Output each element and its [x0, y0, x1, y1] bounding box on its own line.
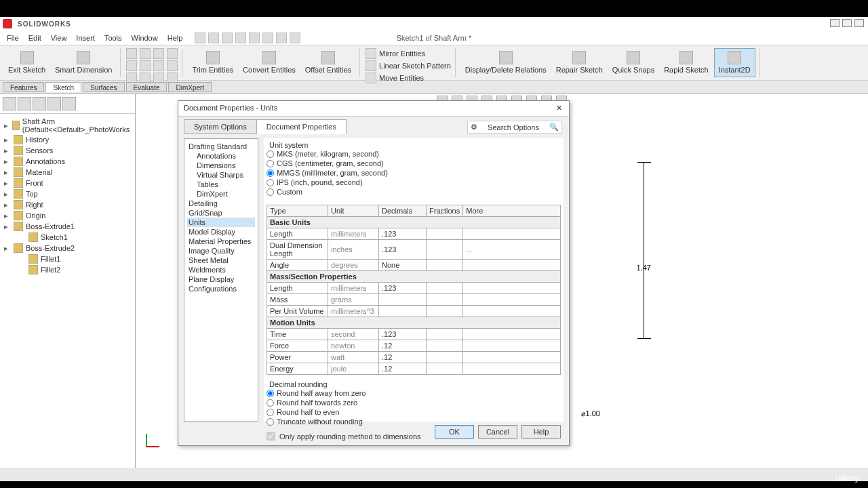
save-icon[interactable]: [222, 33, 233, 43]
trim-entities-button[interactable]: Trim Entities: [188, 48, 237, 77]
tree-item[interactable]: Sketch1: [3, 232, 132, 243]
menu-help[interactable]: Help: [163, 33, 187, 43]
rounding-option[interactable]: Round half away from zero: [267, 388, 561, 398]
cancel-button[interactable]: Cancel: [478, 425, 517, 439]
unit-row[interactable]: Energyjoule.12: [267, 363, 561, 375]
nav-item[interactable]: Model Display: [187, 227, 255, 237]
maximize-icon[interactable]: [842, 19, 852, 27]
displaymanager-icon[interactable]: [62, 97, 76, 110]
menu-window[interactable]: Window: [127, 33, 162, 43]
nav-item[interactable]: DimXpert: [187, 189, 255, 199]
rebuild-icon[interactable]: [276, 33, 287, 43]
display-relations-button[interactable]: Display/Delete Relations: [461, 48, 551, 77]
tab-features[interactable]: Features: [3, 82, 44, 92]
nav-item[interactable]: Annotations: [187, 151, 255, 161]
spline-icon[interactable]: [153, 48, 164, 59]
print-icon[interactable]: [235, 33, 246, 43]
instant2d-button[interactable]: Instant2D: [714, 48, 755, 77]
rapid-sketch-button[interactable]: Rapid Sketch: [660, 48, 712, 77]
menu-insert[interactable]: Insert: [72, 33, 99, 43]
quick-snaps-button[interactable]: Quick Snaps: [608, 48, 658, 77]
menu-tools[interactable]: Tools: [100, 33, 126, 43]
tree-item[interactable]: Fillet2: [3, 264, 132, 275]
new-icon[interactable]: [195, 33, 205, 43]
tab-surfaces[interactable]: Surfaces: [83, 82, 124, 92]
dimxpertmanager-icon[interactable]: [47, 97, 61, 110]
nav-item[interactable]: Configurations: [187, 284, 255, 293]
rounding-option[interactable]: Round half towards zero: [267, 398, 561, 407]
unit-system-option[interactable]: Custom: [267, 187, 561, 197]
help-button[interactable]: Help: [521, 425, 561, 439]
nav-item[interactable]: Detailing: [187, 199, 255, 208]
unit-row[interactable]: Dual Dimension Lengthinches.123...: [267, 240, 561, 260]
convert-entities-button[interactable]: Convert Entities: [239, 48, 300, 77]
propertymanager-icon[interactable]: [18, 97, 31, 110]
tree-root[interactable]: ▸Shaft Arm (Default<<Default>_PhotoWorks: [3, 117, 132, 134]
options-search[interactable]: ⚙ Search Options 🔍: [467, 121, 562, 134]
nav-item[interactable]: Virtual Sharps: [187, 170, 255, 180]
tree-item[interactable]: ▸Boss-Extrude2: [3, 243, 132, 253]
circle-icon[interactable]: [140, 48, 151, 59]
unit-row[interactable]: AngledegreesNone: [267, 260, 561, 271]
tree-item[interactable]: ▸Front: [3, 178, 132, 188]
offset-entities-button[interactable]: Offset Entities: [301, 48, 355, 77]
select-icon[interactable]: [262, 33, 273, 43]
tab-evaluate[interactable]: Evaluate: [126, 82, 167, 92]
options-icon[interactable]: [290, 33, 300, 43]
close-icon[interactable]: [854, 19, 864, 27]
tab-system-options[interactable]: System Options: [184, 119, 257, 134]
unit-system-option[interactable]: MMGS (millimeter, gram, second): [267, 168, 561, 178]
line-icon[interactable]: [126, 48, 137, 59]
nav-item[interactable]: Sheet Metal: [187, 256, 255, 265]
ellipse-icon[interactable]: [153, 60, 164, 71]
tree-item[interactable]: ▸Material: [3, 167, 132, 178]
tab-sketch[interactable]: Sketch: [45, 82, 81, 92]
arc-icon[interactable]: [167, 48, 178, 59]
menu-view[interactable]: View: [47, 33, 71, 43]
unit-row[interactable]: Per Unit Volumemillimeters^3: [267, 306, 561, 317]
dialog-titlebar[interactable]: Document Properties - Units ✕: [178, 101, 569, 117]
unit-row[interactable]: Lengthmillimeters.123: [267, 228, 561, 240]
tree-item[interactable]: ▸Top: [3, 188, 132, 199]
unit-row[interactable]: Forcenewton.12: [267, 340, 561, 352]
dimension-value-diameter[interactable]: ⌀1.00: [581, 409, 600, 418]
linear-pattern-button[interactable]: Linear Sketch Pattern: [366, 60, 451, 71]
tree-item[interactable]: ▸Sensors: [3, 145, 132, 156]
nav-item[interactable]: Weldments: [187, 265, 255, 274]
tree-item[interactable]: ▸Boss-Extrude1: [3, 221, 132, 232]
unit-system-option[interactable]: CGS (centimeter, gram, second): [267, 159, 561, 168]
repair-sketch-button[interactable]: Repair Sketch: [552, 48, 607, 77]
undo-icon[interactable]: [249, 33, 260, 43]
tree-item[interactable]: ▸Origin: [3, 210, 132, 221]
mirror-entities-button[interactable]: Mirror Entities: [366, 48, 451, 59]
exit-sketch-button[interactable]: Exit Sketch: [4, 48, 50, 77]
options-nav-tree[interactable]: Drafting StandardAnnotationsDimensionsVi…: [184, 138, 258, 422]
minimize-icon[interactable]: [830, 19, 840, 27]
tree-item[interactable]: ▸History: [3, 134, 132, 145]
unit-row[interactable]: Timesecond.123: [267, 329, 561, 340]
featuretree-icon[interactable]: [3, 97, 16, 110]
feature-tree[interactable]: ▸Shaft Arm (Default<<Default>_PhotoWorks…: [0, 114, 135, 468]
dialog-close-icon[interactable]: ✕: [554, 104, 564, 113]
move-entities-button[interactable]: Move Entities: [366, 73, 451, 83]
unit-row[interactable]: Powerwatt.12: [267, 352, 561, 363]
rect-icon[interactable]: [126, 60, 137, 71]
nav-item[interactable]: Plane Display: [187, 274, 255, 284]
tree-item[interactable]: ▸Right: [3, 199, 132, 210]
orientation-triad[interactable]: [139, 427, 159, 447]
slot-icon[interactable]: [140, 60, 151, 71]
unit-row[interactable]: Massgrams: [267, 294, 561, 306]
dimension-value[interactable]: 1.47: [637, 264, 651, 272]
nav-item[interactable]: Grid/Snap: [187, 208, 255, 218]
point-icon[interactable]: [167, 60, 178, 71]
nav-item[interactable]: Material Properties: [187, 237, 255, 246]
tab-document-properties[interactable]: Document Properties: [256, 119, 347, 134]
configmanager-icon[interactable]: [33, 97, 46, 110]
rounding-option[interactable]: Round half to even: [267, 407, 561, 417]
nav-item[interactable]: Dimensions: [187, 161, 255, 170]
tab-dimxpert[interactable]: DimXpert: [168, 82, 212, 92]
unit-system-option[interactable]: IPS (inch, pound, second): [267, 178, 561, 187]
tree-item[interactable]: ▸Annotations: [3, 156, 132, 167]
tree-item[interactable]: Fillet1: [3, 253, 132, 264]
unit-system-option[interactable]: MKS (meter, kilogram, second): [267, 149, 561, 159]
